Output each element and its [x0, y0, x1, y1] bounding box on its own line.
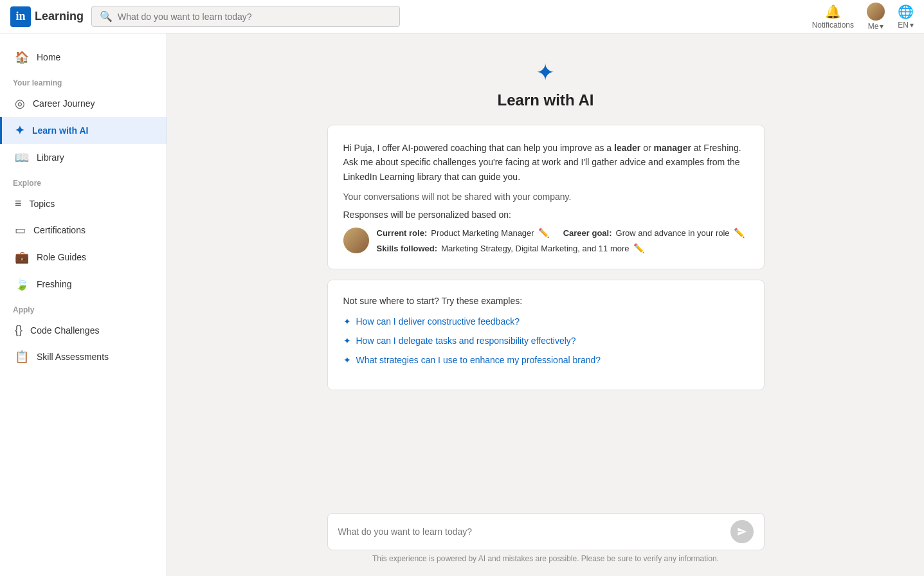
sidebar-skill-assessments-label: Skill Assessments — [37, 352, 109, 362]
sidebar-item-topics[interactable]: ≡ Topics — [0, 190, 167, 217]
bell-icon: 🔔 — [825, 4, 841, 19]
ai-star-icon: ✦ — [15, 123, 24, 138]
send-button[interactable] — [730, 520, 754, 543]
example-link-2[interactable]: ✦ How can I delegate tasks and responsib… — [343, 336, 748, 346]
user-avatar — [867, 3, 885, 21]
sidebar-role-guides-label: Role Guides — [37, 252, 86, 262]
linkedin-logo: in — [10, 6, 31, 27]
career-goal-label: Career goal: — [563, 228, 612, 238]
disclaimer-text: This experience is powered by AI and mis… — [372, 554, 719, 563]
role-guides-icon: 💼 — [15, 250, 29, 264]
ai-star-large-icon: ✦ — [536, 59, 555, 86]
edit-goal-icon[interactable]: ✏️ — [734, 228, 745, 238]
language-menu[interactable]: 🌐 EN ▾ — [898, 4, 914, 30]
layout: 🏠 Home Your learning ◎ Career Journey ✦ … — [0, 33, 924, 576]
sidebar-learn-with-ai-label: Learn with AI — [32, 125, 88, 136]
skills-value: Marketing Strategy, Digital Marketing, a… — [441, 244, 629, 253]
skills-field: Skills followed: Marketing Strategy, Dig… — [377, 243, 745, 253]
current-role-value: Product Marketing Manager — [431, 228, 534, 238]
sidebar-item-freshing[interactable]: 🍃 Freshing — [0, 271, 167, 298]
examples-intro: Not sure where to start? Try these examp… — [343, 296, 748, 306]
send-icon — [737, 526, 747, 537]
sidebar-home-label: Home — [37, 52, 60, 62]
main-content: ✦ Learn with AI Hi Puja, I offer AI-powe… — [167, 33, 924, 576]
certifications-icon: ▭ — [15, 223, 26, 237]
search-icon: 🔍 — [100, 10, 113, 22]
code-challenges-icon: {} — [15, 323, 23, 337]
sidebar-code-challenges-label: Code Challenges — [30, 325, 99, 336]
privacy-note: Your conversations will not be shared wi… — [343, 192, 748, 202]
intro-paragraph-1: Hi Puja, I offer AI-powered coaching tha… — [343, 141, 748, 184]
edit-skills-icon[interactable]: ✏️ — [633, 243, 644, 253]
chat-input-row — [327, 513, 765, 550]
example-link-1[interactable]: ✦ How can I deliver constructive feedbac… — [343, 316, 748, 327]
chat-input-area: This experience is powered by AI and mis… — [167, 505, 924, 576]
avatar-image — [343, 228, 369, 253]
freshing-icon: 🍃 — [15, 277, 29, 291]
sidebar-item-home[interactable]: 🏠 Home — [0, 44, 167, 71]
sidebar-item-role-guides[interactable]: 💼 Role Guides — [0, 244, 167, 271]
example-link-3[interactable]: ✦ What strategies can I use to enhance m… — [343, 355, 748, 365]
intro-card: Hi Puja, I offer AI-powered coaching tha… — [327, 125, 765, 269]
chat-input[interactable] — [338, 526, 725, 537]
current-role-field: Current role: Product Marketing Manager … — [377, 228, 745, 238]
search-input[interactable] — [118, 12, 392, 22]
sidebar-topics-label: Topics — [30, 199, 55, 209]
example-star-2: ✦ — [343, 336, 351, 346]
bold-leader: leader — [614, 143, 640, 153]
sidebar-item-certifications[interactable]: ▭ Certifications — [0, 217, 167, 244]
globe-icon: 🌐 — [898, 4, 914, 19]
sidebar-item-learn-with-ai[interactable]: ✦ Learn with AI — [0, 117, 167, 144]
page-header: ✦ Learn with AI — [498, 59, 594, 109]
top-navigation: in Learning 🔍 🔔 Notifications Me ▾ 🌐 EN … — [0, 0, 924, 33]
sidebar-item-career-journey[interactable]: ◎ Career Journey — [0, 90, 167, 117]
examples-card: Not sure where to start? Try these examp… — [327, 280, 765, 390]
profile-details: Current role: Product Marketing Manager … — [377, 228, 745, 253]
intro-or: or — [640, 143, 653, 153]
example-star-1: ✦ — [343, 316, 351, 327]
nav-right: 🔔 Notifications Me ▾ 🌐 EN ▾ — [812, 3, 914, 31]
sidebar-item-code-challenges[interactable]: {} Code Challenges — [0, 317, 167, 343]
example-3-text: What strategies can I use to enhance my … — [356, 355, 601, 365]
me-label: Me ▾ — [868, 22, 884, 31]
topics-icon: ≡ — [15, 197, 22, 210]
lang-label: EN ▾ — [898, 21, 914, 30]
section-label-apply: Apply — [0, 298, 167, 317]
profile-row: Current role: Product Marketing Manager … — [343, 228, 748, 253]
sidebar-item-library[interactable]: 📖 Library — [0, 144, 167, 171]
user-avatar-small — [343, 228, 369, 253]
section-label-explore: Explore — [0, 171, 167, 190]
sidebar-career-journey-label: Career Journey — [33, 98, 95, 109]
library-icon: 📖 — [15, 150, 29, 165]
home-icon: 🏠 — [15, 50, 29, 64]
sidebar: 🏠 Home Your learning ◎ Career Journey ✦ … — [0, 33, 167, 576]
skill-assessments-icon: 📋 — [15, 350, 29, 364]
sidebar-item-skill-assessments[interactable]: 📋 Skill Assessments — [0, 343, 167, 370]
bold-manager: manager — [654, 143, 691, 153]
example-2-text: How can I delegate tasks and responsibil… — [356, 336, 576, 346]
example-star-3: ✦ — [343, 355, 351, 365]
example-1-text: How can I deliver constructive feedback? — [356, 316, 520, 327]
notifications-label: Notifications — [812, 21, 854, 30]
personalization-label: Responses will be personalized based on: — [343, 210, 748, 220]
logo-area[interactable]: in Learning — [10, 6, 84, 27]
skills-label: Skills followed: — [377, 244, 438, 253]
search-bar[interactable]: 🔍 — [91, 6, 400, 27]
sidebar-library-label: Library — [37, 152, 64, 163]
sidebar-certifications-label: Certifications — [33, 225, 86, 235]
career-goal-value: Grow and advance in your role — [616, 228, 730, 238]
logo-text: Learning — [35, 10, 84, 23]
edit-role-icon[interactable]: ✏️ — [538, 228, 549, 238]
current-role-label: Current role: — [377, 228, 428, 238]
me-menu[interactable]: Me ▾ — [867, 3, 885, 31]
notifications-button[interactable]: 🔔 Notifications — [812, 4, 854, 30]
section-label-your-learning: Your learning — [0, 71, 167, 90]
career-journey-icon: ◎ — [15, 96, 25, 111]
page-title: Learn with AI — [498, 91, 594, 109]
sidebar-freshing-label: Freshing — [37, 279, 71, 289]
